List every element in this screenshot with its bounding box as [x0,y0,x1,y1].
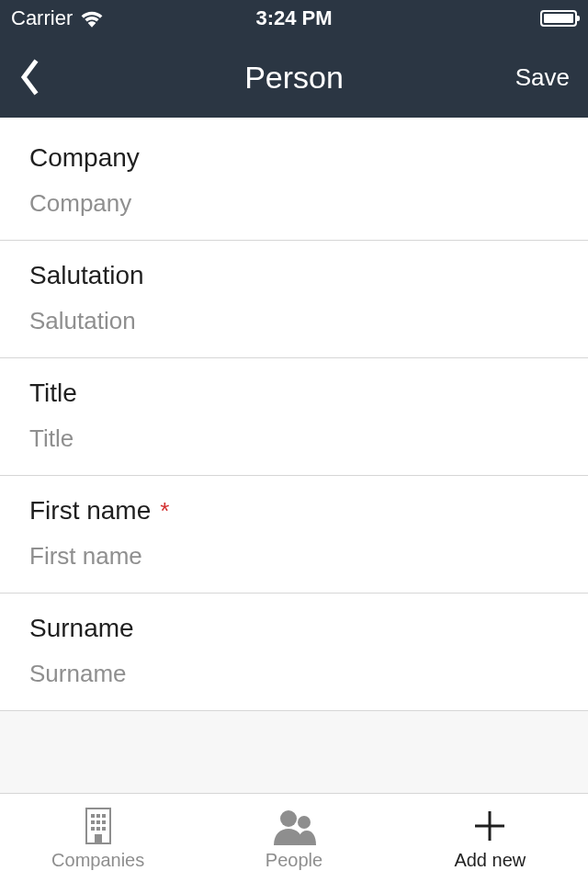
field-label: Salutation [29,261,144,290]
title-input[interactable] [29,424,559,453]
wifi-icon [80,9,104,28]
status-right [540,10,577,27]
plus-icon [471,806,508,846]
back-button[interactable] [18,54,55,100]
field-salutation: Salutation [0,241,588,358]
svg-rect-1 [91,814,95,818]
svg-point-12 [298,816,311,829]
tab-label: Add new [454,850,526,871]
surname-input[interactable] [29,660,559,688]
carrier-label: Carrier [11,6,73,30]
svg-rect-7 [91,827,95,831]
svg-rect-6 [102,820,106,824]
battery-icon [540,10,577,27]
field-label: Title [29,379,77,408]
field-surname: Surname [0,594,588,711]
status-bar: Carrier 3:24 PM [0,0,588,37]
form-content: Company Salutation Title First name * Su… [0,118,588,793]
svg-rect-8 [96,827,100,831]
first-name-input[interactable] [29,542,559,571]
page-title: Person [244,60,344,96]
svg-rect-2 [96,814,100,818]
svg-rect-3 [102,814,106,818]
field-label: Company [29,143,140,173]
tab-companies[interactable]: Companies [0,806,196,871]
tab-people[interactable]: People [196,806,391,871]
company-input[interactable] [29,189,559,218]
field-label: First name [29,496,151,526]
tab-add-new[interactable]: Add new [392,806,588,871]
required-asterisk: * [160,497,169,526]
field-title: Title [0,358,588,476]
tab-label: Companies [51,850,144,871]
nav-bar: Person Save [0,37,588,118]
svg-rect-5 [96,820,100,824]
save-button[interactable]: Save [515,63,570,92]
svg-rect-10 [95,834,102,843]
svg-rect-9 [102,827,106,831]
chevron-left-icon [18,59,39,96]
status-left: Carrier [11,6,104,30]
field-label: Surname [29,614,134,643]
svg-point-11 [280,810,297,827]
field-company: Company [0,118,588,241]
people-icon [270,806,318,846]
salutation-input[interactable] [29,307,559,335]
field-first-name: First name * [0,476,588,594]
svg-rect-4 [91,820,95,824]
tab-bar: Companies People Add new [0,793,588,882]
tab-label: People [266,850,322,871]
building-icon [82,806,115,846]
status-time: 3:24 PM [255,6,332,30]
